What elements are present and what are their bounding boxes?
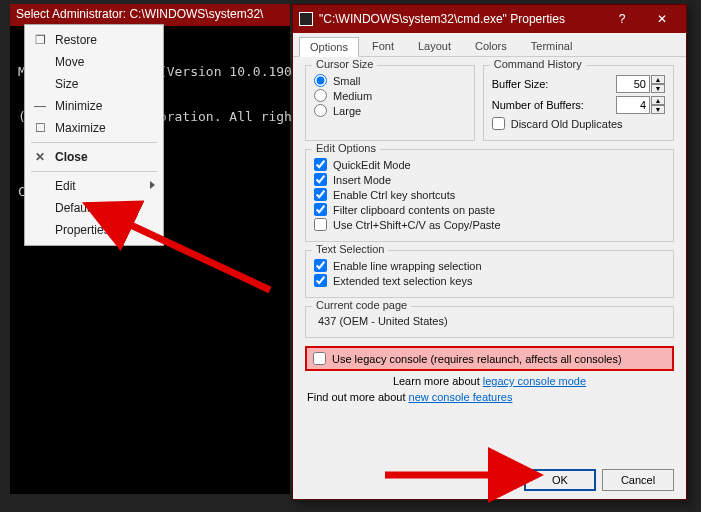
num-buffers-row: Number of Buffers: ▲▼ xyxy=(492,96,665,114)
radio-label: Small xyxy=(333,75,361,87)
radio-input[interactable] xyxy=(314,89,327,102)
cursor-small-radio[interactable]: Small xyxy=(314,74,466,87)
codepage-group: Current code page 437 (OEM - United Stat… xyxy=(305,306,674,338)
menu-minimize[interactable]: — Minimize xyxy=(25,95,163,117)
menu-separator xyxy=(31,142,157,143)
cmd-icon xyxy=(299,12,313,26)
group-legend: Edit Options xyxy=(312,142,380,154)
tab-label: Terminal xyxy=(531,40,573,52)
tab-layout[interactable]: Layout xyxy=(407,36,462,56)
tab-strip: Options Font Layout Colors Terminal xyxy=(293,33,686,57)
extended-check[interactable]: Extended text selection keys xyxy=(314,274,665,287)
tab-label: Options xyxy=(310,41,348,53)
checkbox-input[interactable] xyxy=(314,259,327,272)
menu-close[interactable]: ✕ Close xyxy=(25,146,163,168)
group-legend: Current code page xyxy=(312,299,411,311)
codepage-value: 437 (OEM - United States) xyxy=(314,313,665,329)
tab-options[interactable]: Options xyxy=(299,37,359,57)
quickedit-check[interactable]: QuickEdit Mode xyxy=(314,158,665,171)
dialog-buttons: OK Cancel xyxy=(524,469,674,491)
legacy-mode-link[interactable]: legacy console mode xyxy=(483,375,586,387)
radio-label: Large xyxy=(333,105,361,117)
radio-input[interactable] xyxy=(314,74,327,87)
system-menu: ❐ Restore Move Size — Minimize ☐ Maximiz… xyxy=(24,24,164,246)
menu-size[interactable]: Size xyxy=(25,73,163,95)
new-features-link[interactable]: new console features xyxy=(409,391,513,403)
edit-options-group: Edit Options QuickEdit Mode Insert Mode … xyxy=(305,149,674,242)
linewrap-check[interactable]: Enable line wrapping selection xyxy=(314,259,665,272)
menu-properties[interactable]: Properties xyxy=(25,219,163,241)
help-button[interactable]: ? xyxy=(602,7,642,31)
group-legend: Command History xyxy=(490,58,586,70)
cmd-title: Select Administrator: C:\WINDOWS\system3… xyxy=(16,7,263,21)
submenu-arrow-icon xyxy=(150,181,155,189)
menu-move[interactable]: Move xyxy=(25,51,163,73)
legacy-console-row[interactable]: Use legacy console (requires relaunch, a… xyxy=(305,346,674,371)
radio-label: Medium xyxy=(333,90,372,102)
tab-colors[interactable]: Colors xyxy=(464,36,518,56)
check-label: Use Ctrl+Shift+C/V as Copy/Paste xyxy=(333,219,501,231)
cursor-large-radio[interactable]: Large xyxy=(314,104,466,117)
tab-font[interactable]: Font xyxy=(361,36,405,56)
tab-terminal[interactable]: Terminal xyxy=(520,36,584,56)
spinner-arrows[interactable]: ▲▼ xyxy=(651,96,665,114)
ok-button[interactable]: OK xyxy=(524,469,596,491)
menu-defaults[interactable]: Defaults xyxy=(25,197,163,219)
menu-label: Size xyxy=(55,77,78,91)
menu-label: Defaults xyxy=(55,201,99,215)
checkbox-input[interactable] xyxy=(314,218,327,231)
checkbox-input[interactable] xyxy=(314,203,327,216)
menu-edit[interactable]: Edit xyxy=(25,175,163,197)
cancel-button[interactable]: Cancel xyxy=(602,469,674,491)
tab-label: Layout xyxy=(418,40,451,52)
spinner-arrows[interactable]: ▲▼ xyxy=(651,75,665,93)
field-label: Number of Buffers: xyxy=(492,99,584,111)
checkbox-input[interactable] xyxy=(314,274,327,287)
menu-label: Close xyxy=(55,150,88,164)
buffer-size-input[interactable] xyxy=(616,75,650,93)
learn-more-row: Learn more about legacy console mode xyxy=(305,375,674,387)
group-legend: Text Selection xyxy=(312,243,388,255)
tab-label: Colors xyxy=(475,40,507,52)
ctrlkey-check[interactable]: Enable Ctrl key shortcuts xyxy=(314,188,665,201)
find-prefix: Find out more about xyxy=(307,391,409,403)
menu-label: Minimize xyxy=(55,99,102,113)
text-selection-group: Text Selection Enable line wrapping sele… xyxy=(305,250,674,298)
checkbox-input[interactable] xyxy=(314,188,327,201)
tab-panel-options: Cursor Size Small Medium Large Command H… xyxy=(293,57,686,499)
check-label: Extended text selection keys xyxy=(333,275,472,287)
minimize-icon: — xyxy=(33,99,47,113)
properties-title: "C:\WINDOWS\system32\cmd.exe" Properties xyxy=(319,12,602,26)
properties-titlebar: "C:\WINDOWS\system32\cmd.exe" Properties… xyxy=(293,5,686,33)
tab-label: Font xyxy=(372,40,394,52)
close-icon: ✕ xyxy=(33,150,47,164)
checkbox-input[interactable] xyxy=(314,173,327,186)
filter-clipboard-check[interactable]: Filter clipboard contents on paste xyxy=(314,203,665,216)
menu-maximize[interactable]: ☐ Maximize xyxy=(25,117,163,139)
ctrlshift-check[interactable]: Use Ctrl+Shift+C/V as Copy/Paste xyxy=(314,218,665,231)
cursor-medium-radio[interactable]: Medium xyxy=(314,89,466,102)
num-buffers-input[interactable] xyxy=(616,96,650,114)
find-more-row: Find out more about new console features xyxy=(307,391,672,403)
check-label: QuickEdit Mode xyxy=(333,159,411,171)
menu-restore[interactable]: ❐ Restore xyxy=(25,29,163,51)
close-button[interactable]: ✕ xyxy=(642,7,682,31)
menu-label: Maximize xyxy=(55,121,106,135)
menu-label: Restore xyxy=(55,33,97,47)
cmd-titlebar: Select Administrator: C:\WINDOWS\system3… xyxy=(10,4,290,26)
menu-label: Properties xyxy=(55,223,110,237)
checkbox-input[interactable] xyxy=(314,158,327,171)
insertmode-check[interactable]: Insert Mode xyxy=(314,173,665,186)
legacy-console-checkbox[interactable] xyxy=(313,352,326,365)
menu-label: Move xyxy=(55,55,84,69)
learn-prefix: Learn more about xyxy=(393,375,483,387)
field-label: Buffer Size: xyxy=(492,78,549,90)
radio-input[interactable] xyxy=(314,104,327,117)
properties-dialog: "C:\WINDOWS\system32\cmd.exe" Properties… xyxy=(292,4,687,500)
command-history-group: Command History Buffer Size: ▲▼ Number o… xyxy=(483,65,674,141)
legacy-console-label: Use legacy console (requires relaunch, a… xyxy=(332,353,622,365)
checkbox-input[interactable] xyxy=(492,117,505,130)
menu-label: Edit xyxy=(55,179,76,193)
discard-duplicates-check[interactable]: Discard Old Duplicates xyxy=(492,117,665,130)
menu-separator xyxy=(31,171,157,172)
